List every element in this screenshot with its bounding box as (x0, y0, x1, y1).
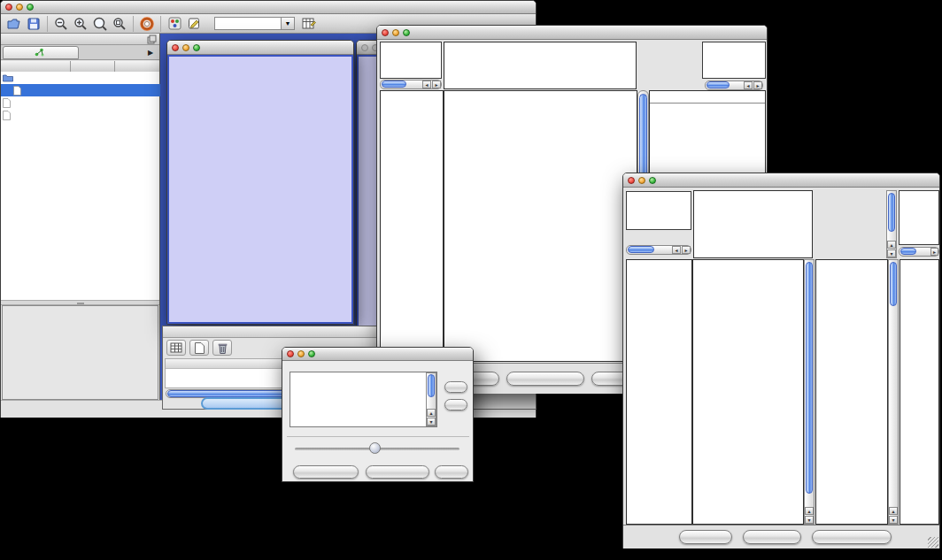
delete-attribute-trash-icon[interactable] (212, 340, 232, 356)
attribute-table-icon[interactable] (299, 16, 319, 32)
create-vizmap-button[interactable] (366, 465, 429, 479)
treeview1-row-dendrogram[interactable] (380, 90, 444, 362)
treeview1-hints-hscrollbar[interactable]: ◂ ▸ (705, 81, 763, 90)
scrollbar-thumb[interactable] (900, 248, 916, 255)
scrollbar-thumb[interactable] (428, 374, 435, 397)
column-header-edges[interactable] (115, 61, 159, 72)
scroll-down-arrow[interactable]: ▾ (887, 249, 896, 257)
table-row[interactable] (1, 96, 160, 109)
tab-vizmapper[interactable] (79, 46, 146, 59)
minimize-button[interactable] (638, 177, 645, 184)
animate-vizmap-button[interactable] (293, 465, 359, 479)
zoom-button[interactable] (649, 177, 656, 184)
scrollbar-thumb[interactable] (628, 246, 654, 253)
zoom-selected-icon[interactable] (110, 16, 129, 32)
scroll-down-arrow[interactable]: ▾ (427, 418, 436, 426)
help-lifebuoy-icon[interactable] (137, 16, 157, 32)
table-row-selected[interactable] (1, 84, 160, 96)
save-data-button[interactable] (743, 530, 801, 544)
treeview1-status-hscrollbar[interactable]: ◂ ▸ (380, 80, 442, 89)
treeview2-status-hscrollbar[interactable]: ◂ ▸ (626, 245, 691, 255)
minimize-button[interactable] (16, 4, 23, 11)
search-input[interactable] (214, 17, 282, 30)
close-button[interactable] (628, 177, 635, 184)
treeview2-top-vscrollbar[interactable]: ▴ ▾ (886, 190, 897, 258)
scroll-right-arrow[interactable]: ▸ (682, 246, 691, 254)
map-dialog-titlebar[interactable] (282, 348, 473, 361)
network-overview-canvas[interactable] (3, 306, 158, 399)
scroll-down-arrow[interactable]: ▾ (805, 516, 814, 524)
table-row[interactable] (1, 109, 160, 121)
export-graphics-button[interactable] (506, 372, 584, 386)
scroll-up-arrow[interactable]: ▴ (887, 241, 896, 249)
scroll-right-arrow[interactable]: ▸ (930, 248, 938, 256)
scroll-right-arrow[interactable]: ▸ (432, 81, 441, 88)
search-dropdown-button[interactable]: ▼ (282, 17, 295, 30)
zoom-in-icon[interactable] (71, 16, 90, 32)
treeview2-row-dendrogram[interactable] (626, 259, 692, 525)
tab-network[interactable] (3, 46, 79, 59)
scrollbar-thumb[interactable] (382, 81, 406, 88)
attribute-list-vscrollbar[interactable]: ▴ ▾ (426, 372, 436, 426)
resize-grip[interactable] (928, 537, 938, 548)
attribute-listbox[interactable]: ▴ ▾ (290, 372, 437, 427)
network-overview-panel[interactable] (2, 305, 158, 400)
network-window1-titlebar[interactable] (167, 41, 353, 55)
close-button[interactable] (382, 29, 389, 36)
tab-overflow-arrow[interactable]: ▶ (148, 49, 153, 57)
move-up-button[interactable] (444, 381, 467, 393)
scroll-up-arrow[interactable]: ▴ (427, 409, 436, 417)
save-button[interactable] (24, 16, 43, 32)
zoom-fit-icon[interactable] (90, 16, 110, 32)
open-file-button[interactable] (4, 16, 24, 32)
scroll-left-arrow[interactable]: ◂ (672, 246, 681, 254)
animation-slider-thumb[interactable] (369, 442, 381, 454)
zoom-button[interactable] (308, 350, 315, 357)
new-attribute-icon[interactable] (189, 340, 209, 356)
close-button[interactable] (287, 350, 294, 357)
scroll-right-arrow[interactable]: ▸ (753, 81, 762, 89)
scroll-left-arrow[interactable]: ◂ (744, 81, 753, 89)
main-titlebar[interactable] (1, 1, 536, 14)
scroll-down-arrow[interactable]: ▾ (889, 516, 898, 524)
minimize-button[interactable] (182, 44, 189, 51)
settings-button[interactable] (679, 530, 732, 544)
treeview1-titlebar[interactable] (377, 26, 767, 40)
zoom-out-icon[interactable] (51, 16, 71, 32)
done-button[interactable] (435, 465, 468, 479)
annotation-icon[interactable] (184, 16, 204, 32)
scrollbar-thumb[interactable] (806, 262, 813, 494)
column-header-network[interactable] (1, 61, 71, 72)
treeview2-hints-hscrollbar[interactable]: ▸ (899, 247, 939, 257)
table-row[interactable] (1, 72, 160, 84)
scroll-left-arrow[interactable]: ◂ (422, 81, 431, 88)
treeview2-zoom-vscrollbar[interactable]: ▴ ▾ (888, 259, 899, 525)
column-header-nodes[interactable] (71, 61, 115, 72)
zoom-button[interactable] (403, 29, 410, 36)
scroll-up-arrow[interactable]: ▴ (805, 507, 814, 515)
node-attribute-browser-tab[interactable] (201, 397, 290, 410)
minimize-button[interactable] (297, 350, 305, 357)
treeview1-column-dendrogram[interactable] (444, 42, 637, 89)
close-button[interactable] (361, 44, 368, 51)
close-button[interactable] (172, 44, 179, 51)
treeview2-zoom-heatmap[interactable] (815, 259, 888, 525)
network-view1-canvas[interactable] (169, 57, 351, 322)
scrollbar-thumb[interactable] (888, 193, 895, 232)
close-button[interactable] (5, 4, 12, 11)
treeview1-zoom-matrix[interactable] (655, 108, 701, 150)
zoom-button[interactable] (193, 44, 200, 51)
zoom-button[interactable] (27, 4, 34, 11)
scrollbar-thumb[interactable] (706, 81, 730, 88)
vizmapper-palette-icon[interactable] (165, 16, 184, 32)
treeview1-heatmap[interactable] (444, 90, 637, 362)
move-down-button[interactable] (444, 399, 467, 410)
select-attributes-icon[interactable] (166, 340, 186, 356)
minimize-button[interactable] (392, 29, 399, 36)
scrollbar-thumb[interactable] (890, 262, 897, 306)
scroll-up-arrow[interactable]: ▴ (889, 507, 898, 515)
treeview2-vscrollbar[interactable]: ▴ ▾ (804, 259, 815, 525)
export-graphics-button[interactable] (812, 530, 892, 544)
treeview2-heatmap[interactable] (692, 259, 804, 525)
treeview2-titlebar[interactable] (623, 173, 939, 188)
